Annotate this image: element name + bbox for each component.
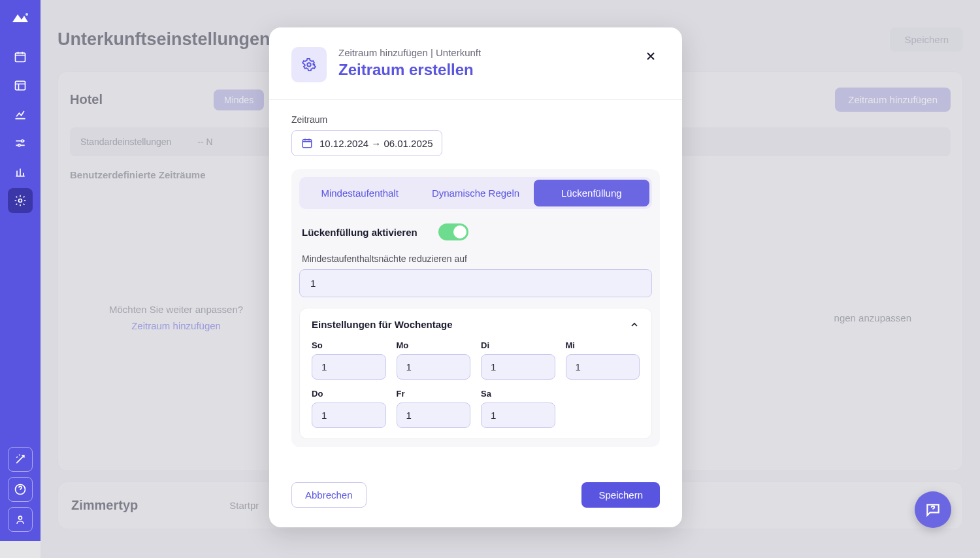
nav-user-icon[interactable]	[8, 507, 33, 532]
chevron-up-icon	[629, 320, 640, 330]
svg-rect-2	[16, 81, 25, 90]
activate-gap-fill-label: Lückenfüllung aktivieren	[302, 227, 417, 238]
modal-gear-icon	[291, 47, 327, 82]
reduce-nights-input[interactable]	[299, 269, 652, 297]
nav-graph-icon[interactable]	[8, 159, 33, 184]
help-fab[interactable]	[915, 491, 951, 528]
weekday-input-do[interactable]	[312, 402, 386, 428]
svg-rect-1	[16, 53, 25, 61]
nav-calendar-icon[interactable]	[8, 44, 33, 69]
cancel-button[interactable]: Abbrechen	[291, 482, 367, 508]
nav-chart-icon[interactable]	[8, 102, 33, 127]
nav-magic-icon[interactable]	[8, 447, 33, 472]
weekday-label-do: Do	[312, 389, 386, 399]
weekday-label-di: Di	[481, 340, 555, 350]
roomtype-title: Zimmertyp	[71, 498, 138, 513]
svg-point-7	[19, 516, 22, 519]
modal-close-button[interactable]	[642, 47, 660, 69]
weekday-settings-toggle[interactable]: Einstellungen für Wochentage	[312, 319, 640, 330]
modal-title: Zeitraum erstellen	[338, 61, 481, 79]
add-period-link[interactable]: Zeitraum hinzufügen	[109, 318, 243, 335]
tab-dynamic-rules[interactable]: Dynamische Regeln	[417, 180, 533, 206]
defaults-label: Standardeinstellungen	[80, 137, 171, 147]
nav-help-icon[interactable]	[8, 477, 33, 502]
tab-gap-fill[interactable]: Lückenfüllung	[534, 180, 649, 206]
chat-help-icon	[924, 501, 941, 518]
hotel-title: Hotel	[70, 92, 103, 107]
weekday-input-so[interactable]	[312, 354, 386, 380]
sidebar	[0, 0, 41, 541]
defaults-value: -- N	[197, 137, 212, 147]
nav-sliders-icon[interactable]	[8, 131, 33, 156]
date-range-input[interactable]: 10.12.2024 → 06.01.2025	[291, 130, 442, 156]
weekday-label-fr: Fr	[397, 389, 471, 399]
weekday-label-sa: Sa	[481, 389, 555, 399]
svg-point-4	[18, 144, 20, 146]
weekday-input-mo[interactable]	[397, 354, 471, 380]
zeitraum-label: Zeitraum	[291, 114, 660, 125]
prompt-text: Möchten Sie weiter anpassen?	[109, 301, 243, 318]
nav-table-icon[interactable]	[8, 73, 33, 98]
app-logo-icon	[11, 12, 29, 24]
activate-gap-fill-toggle[interactable]	[438, 223, 468, 240]
weekday-label-mo: Mo	[397, 340, 471, 350]
weekday-input-di[interactable]	[481, 354, 555, 380]
hotel-tab-pill[interactable]: Mindes	[214, 90, 264, 110]
weekday-settings-title: Einstellungen für Wochentage	[312, 319, 453, 330]
weekday-input-sa[interactable]	[481, 402, 555, 428]
date-range-text: 10.12.2024 → 06.01.2025	[319, 138, 433, 149]
weekday-input-fr[interactable]	[397, 402, 471, 428]
reduce-nights-label: Mindestaufenthaltsnächte reduzieren auf	[302, 254, 649, 264]
svg-rect-9	[302, 140, 312, 148]
modal-breadcrumb: Zeitraum hinzufügen | Unterkunft	[338, 47, 481, 58]
svg-point-3	[22, 140, 24, 142]
roomtype-col-label: Startpr	[229, 500, 259, 511]
create-period-modal: Zeitraum hinzufügen | Unterkunft Zeitrau…	[269, 27, 682, 527]
weekday-label-mi: Mi	[566, 340, 640, 350]
svg-point-0	[25, 13, 28, 16]
nav-settings-icon[interactable]	[8, 188, 33, 213]
calendar-icon	[301, 137, 313, 149]
modal-tabs: Mindestaufenthalt Dynamische Regeln Lück…	[299, 177, 652, 209]
add-period-button[interactable]: Zeitraum hinzufügen	[835, 88, 951, 112]
tab-min-stay[interactable]: Mindestaufenthalt	[302, 180, 417, 206]
modal-save-button[interactable]: Speichern	[581, 482, 660, 508]
save-button-disabled: Speichern	[890, 27, 963, 52]
weekday-grid: So Mo Di Mi Do Fr Sa	[312, 340, 640, 428]
svg-point-5	[19, 199, 22, 203]
svg-point-8	[307, 63, 311, 67]
right-hint-text: ngen anzupassen	[834, 312, 911, 323]
page-title: Unterkunftseinstellungen	[57, 29, 270, 50]
weekday-label-so: So	[312, 340, 386, 350]
weekday-input-mi[interactable]	[566, 354, 640, 380]
